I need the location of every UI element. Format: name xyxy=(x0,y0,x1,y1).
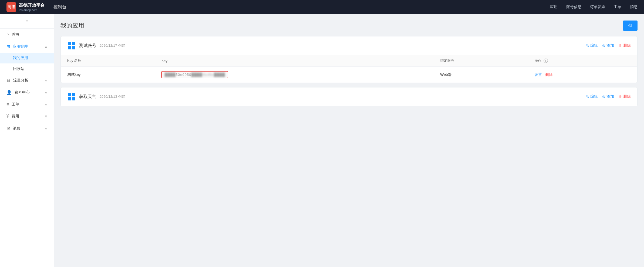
console-title: 控制台 xyxy=(53,4,66,10)
sidebar-sub-item-recycle[interactable]: 回收站 xyxy=(0,63,54,74)
apps-icon: ⊞ xyxy=(6,44,10,49)
nav-link-workorder[interactable]: 工单 xyxy=(614,5,621,9)
sidebar-item-message[interactable]: ✉ 消息 ∨ xyxy=(0,122,54,134)
col-key-name: Key 名称 xyxy=(61,55,155,67)
delete-label-w: 删除 xyxy=(623,94,631,99)
top-nav-links: 应用 账号信息 订单发票 工单 消息 xyxy=(550,5,638,9)
key-blur-right: ████l5c45c████ xyxy=(191,73,225,77)
app-icon-weather xyxy=(67,92,76,101)
sidebar-label-workorder: 工单 xyxy=(12,102,42,107)
icon-dot-3 xyxy=(68,46,71,50)
sidebar-item-app-management[interactable]: ⊞ 应用管理 ∧ xyxy=(0,40,54,53)
sidebar-item-account[interactable]: 👤 账号中心 ∨ xyxy=(0,86,54,99)
add-icon-w: ⊕ xyxy=(602,94,605,99)
icon-dot-w3 xyxy=(68,97,71,101)
sidebar-label-traffic: 流量分析 xyxy=(13,78,42,83)
money-icon: ¥ xyxy=(6,114,9,119)
chevron-down-icon-traffic: ∨ xyxy=(45,79,47,82)
col-operation: 操作 i xyxy=(528,55,637,67)
app-icon-grid-weather xyxy=(68,93,75,100)
key-middle: 50e9950 xyxy=(176,73,191,77)
app-card-test-account: 测试账号 2020/12/17 创建 ✎ 编辑 ⊕ 添加 🗑 删除 xyxy=(60,36,638,83)
app-icon-test xyxy=(67,41,76,50)
table-row: 测试key ████ 50e9950 ████l5c45c████ Web端 设 xyxy=(61,67,637,83)
page-title: 我的应用 xyxy=(60,22,84,30)
sidebar-item-workorder[interactable]: ≡ 工单 ∨ xyxy=(0,99,54,110)
layout: ≡ 首页 ⊞ 应用管理 ∧ 我的应用 回收站 ▦ 流量分析 ∨ 👤 账号中心 ∨… xyxy=(0,14,644,267)
app-date-weather: 2020/12/13 创建 xyxy=(100,94,125,99)
add-label-w: 添加 xyxy=(606,94,614,99)
sidebar-item-home[interactable]: 首页 xyxy=(0,29,54,40)
page-header: 我的应用 创 xyxy=(60,21,638,31)
sidebar-item-cost[interactable]: ¥ 费用 ∨ xyxy=(0,110,54,122)
sidebar-item-traffic[interactable]: ▦ 流量分析 ∨ xyxy=(0,74,54,86)
ticket-icon: ≡ xyxy=(6,102,9,107)
user-icon: 👤 xyxy=(6,90,12,95)
app-card-weather: 获取天气 2020/12/13 创建 ✎ 编辑 ⊕ 添加 🗑 删除 xyxy=(60,87,638,106)
message-icon: ✉ xyxy=(6,126,10,131)
sidebar-label-message: 消息 xyxy=(13,126,42,131)
top-nav: 高德 高德开放平台 lbs.amap.com 控制台 应用 账号信息 订单发票 … xyxy=(0,0,644,14)
chevron-down-icon-workorder: ∨ xyxy=(45,103,47,106)
icon-dot-2 xyxy=(72,42,76,45)
delete-label: 删除 xyxy=(623,43,631,48)
logo-text: 高德开放平台 lbs.amap.com xyxy=(19,3,45,12)
add-button-weather[interactable]: ⊕ 添加 xyxy=(602,94,614,99)
icon-dot-w2 xyxy=(72,93,76,96)
key-value-cell: ████ 50e9950 ████l5c45c████ xyxy=(155,67,434,83)
edit-button-test[interactable]: ✎ 编辑 xyxy=(586,43,598,48)
keys-table-test: Key 名称 Key 绑定服务 操作 i 测试key xyxy=(61,55,637,83)
logo-icon: 高德 xyxy=(6,2,16,12)
brand-name: 高德开放平台 xyxy=(19,3,45,8)
edit-icon: ✎ xyxy=(586,43,589,48)
delete-button-weather[interactable]: 🗑 删除 xyxy=(618,94,631,99)
sidebar-sub-item-my-apps[interactable]: 我的应用 xyxy=(0,53,54,63)
app-date-test: 2020/12/17 创建 xyxy=(100,43,125,48)
nav-link-account[interactable]: 账号信息 xyxy=(566,5,581,9)
sidebar-label-home: 首页 xyxy=(12,32,47,37)
icon-dot-1 xyxy=(68,42,71,45)
chevron-down-icon-cost: ∨ xyxy=(45,114,47,118)
chevron-up-icon: ∧ xyxy=(45,45,47,49)
edit-button-weather[interactable]: ✎ 编辑 xyxy=(586,94,598,99)
chart-icon: ▦ xyxy=(6,78,11,83)
app-card-actions-weather: ✎ 编辑 ⊕ 添加 🗑 删除 xyxy=(586,94,631,99)
key-name-cell: 测试key xyxy=(61,67,155,83)
del-button[interactable]: 删除 xyxy=(545,72,553,77)
app-card-header-weather: 获取天气 2020/12/13 创建 ✎ 编辑 ⊕ 添加 🗑 删除 xyxy=(61,87,637,106)
sidebar-label-account: 账号中心 xyxy=(15,90,42,95)
delete-button-test[interactable]: 🗑 删除 xyxy=(618,43,631,48)
logo-area: 高德 高德开放平台 lbs.amap.com xyxy=(6,2,45,12)
domain-text: lbs.amap.com xyxy=(19,8,45,12)
nav-link-message[interactable]: 消息 xyxy=(630,5,638,9)
nav-link-invoice[interactable]: 订单发票 xyxy=(590,5,605,9)
icon-dot-w1 xyxy=(68,93,71,96)
operation-cell: 设置 删除 xyxy=(528,67,637,83)
add-button-test[interactable]: ⊕ 添加 xyxy=(602,43,614,48)
app-name-weather: 获取天气 xyxy=(79,94,96,100)
edit-label: 编辑 xyxy=(590,43,598,48)
operation-buttons: 设置 删除 xyxy=(534,72,631,77)
nav-link-apps[interactable]: 应用 xyxy=(550,5,558,9)
app-card-header-test: 测试账号 2020/12/17 创建 ✎ 编辑 ⊕ 添加 🗑 删除 xyxy=(61,36,637,55)
main-content: 我的应用 创 测试账号 2020/12/17 创建 ✎ xyxy=(54,14,644,267)
sidebar-label-app-management: 应用管理 xyxy=(13,44,42,49)
table-header-row: Key 名称 Key 绑定服务 操作 i xyxy=(61,55,637,67)
bind-service-cell: Web端 xyxy=(434,67,528,83)
add-icon: ⊕ xyxy=(602,43,605,48)
sidebar: ≡ 首页 ⊞ 应用管理 ∧ 我的应用 回收站 ▦ 流量分析 ∨ 👤 账号中心 ∨… xyxy=(0,14,54,267)
icon-dot-w4 xyxy=(72,97,76,101)
app-name-test: 测试账号 xyxy=(79,43,96,49)
col-service: 绑定服务 xyxy=(434,55,528,67)
key-blur-left: ████ xyxy=(165,73,176,77)
chevron-down-icon-message: ∨ xyxy=(45,127,47,130)
delete-icon: 🗑 xyxy=(618,43,622,48)
home-icon xyxy=(6,32,9,37)
create-button[interactable]: 创 xyxy=(623,21,638,31)
key-value-display: ████ 50e9950 ████l5c45c████ xyxy=(161,71,228,78)
col-key: Key xyxy=(155,55,434,67)
icon-dot-4 xyxy=(72,46,76,50)
sidebar-toggle[interactable]: ≡ xyxy=(0,14,54,29)
edit-icon-w: ✎ xyxy=(586,94,589,99)
set-button[interactable]: 设置 xyxy=(534,72,542,77)
